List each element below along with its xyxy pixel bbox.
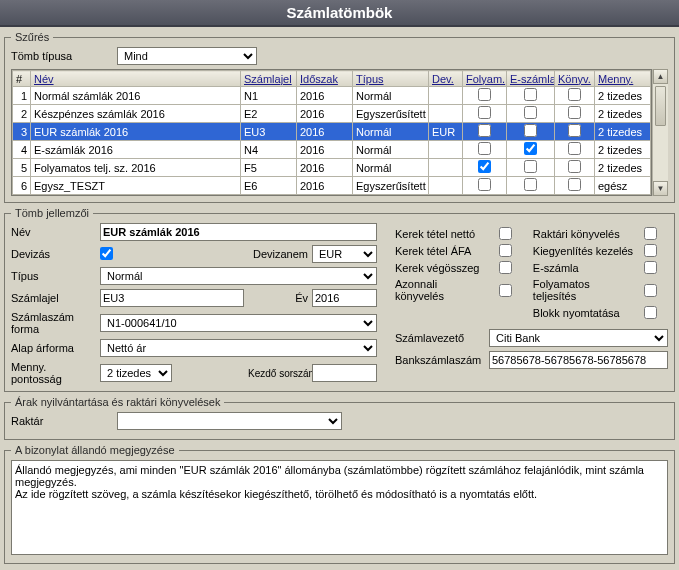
flag-kerek-vegosszeg[interactable] <box>499 261 512 274</box>
col-menny[interactable]: Menny. <box>595 71 651 87</box>
note-legend: A bizonylat állandó megjegyzése <box>11 444 179 456</box>
row-folyam-checkbox[interactable] <box>478 178 491 191</box>
tipus-select[interactable]: Normál <box>100 267 377 285</box>
filter-legend: Szűrés <box>11 31 53 43</box>
row-konyv-checkbox[interactable] <box>568 88 581 101</box>
row-eszamla-checkbox[interactable] <box>524 88 537 101</box>
devizas-checkbox[interactable] <box>100 247 113 260</box>
details-fieldset: Tömb jellemzői Név Devizás Devizanem EUR… <box>4 207 675 392</box>
szamlaszamforma-label: Számlaszám forma <box>11 311 96 335</box>
table-row[interactable]: 2Készpénzes számlák 2016E22016Egyszerűsí… <box>13 105 651 123</box>
filter-fieldset: Szűrés Tömb típusa Mind # Név Számlajel <box>4 31 675 203</box>
table-row[interactable]: 3EUR számlák 2016EU32016NormálEUR2 tized… <box>13 123 651 141</box>
table-row[interactable]: 6Egysz_TESZTE62016Egyszerűsítettegész <box>13 177 651 195</box>
flag-kerek-vegosszeg-label: Kerek végösszeg <box>395 262 489 274</box>
stock-fieldset: Árak nyilvántartása és raktári könyvelés… <box>4 396 675 440</box>
row-folyam-checkbox[interactable] <box>478 160 491 173</box>
row-eszamla-checkbox[interactable] <box>524 124 537 137</box>
col-tipus[interactable]: Típus <box>353 71 429 87</box>
details-legend: Tömb jellemzői <box>11 207 93 219</box>
table-row[interactable]: 1Normál számlák 2016N12016Normál2 tizede… <box>13 87 651 105</box>
row-konyv-checkbox[interactable] <box>568 178 581 191</box>
kezdosor-label: Kezdő sorszám <box>248 368 308 379</box>
note-textarea[interactable] <box>11 460 668 555</box>
flag-raktari[interactable] <box>644 227 657 240</box>
filter-type-select[interactable]: Mind <box>117 47 257 65</box>
row-eszamla-checkbox[interactable] <box>524 178 537 191</box>
col-eszamla[interactable]: E-számla <box>507 71 555 87</box>
col-konyv[interactable]: Könyv. <box>555 71 595 87</box>
devizanem-select[interactable]: EUR <box>312 245 377 263</box>
row-folyam-checkbox[interactable] <box>478 106 491 119</box>
nev-label: Név <box>11 226 96 238</box>
szamlajel-label: Számlajel <box>11 292 96 304</box>
table-row[interactable]: 4E-számlák 2016N42016Normál2 tizedes <box>13 141 651 159</box>
row-eszamla-checkbox[interactable] <box>524 106 537 119</box>
note-fieldset: A bizonylat állandó megjegyzése <box>4 444 675 564</box>
szamlaszamforma-select[interactable]: N1-000641/10 <box>100 314 377 332</box>
col-nev[interactable]: Név <box>31 71 241 87</box>
col-szamlajel[interactable]: Számlajel <box>241 71 297 87</box>
nev-input[interactable] <box>100 223 377 241</box>
flag-folyamatos-label: Folyamatos teljesítés <box>533 278 634 302</box>
flag-kerek-afa-label: Kerek tétel ÁFA <box>395 245 489 257</box>
page-title: Számlatömbök <box>0 0 679 27</box>
row-konyv-checkbox[interactable] <box>568 160 581 173</box>
raktar-select[interactable] <box>117 412 342 430</box>
flag-azonnali-label: Azonnali könyvelés <box>395 278 489 302</box>
col-dev[interactable]: Dev. <box>429 71 463 87</box>
flag-kerek-netto-label: Kerek tétel nettó <box>395 228 489 240</box>
kezdosor-input[interactable] <box>312 364 377 382</box>
ev-input[interactable] <box>312 289 377 307</box>
col-num[interactable]: # <box>13 71 31 87</box>
scroll-up-button[interactable]: ▲ <box>653 69 668 84</box>
stock-legend: Árak nyilvántartása és raktári könyvelés… <box>11 396 224 408</box>
flag-raktari-label: Raktári könyvelés <box>533 228 634 240</box>
flag-blokk[interactable] <box>644 306 657 319</box>
flag-kiegyenlites-label: Kiegyenlítés kezelés <box>533 245 634 257</box>
flag-kerek-afa[interactable] <box>499 244 512 257</box>
chevron-down-icon: ▼ <box>657 185 665 193</box>
row-folyam-checkbox[interactable] <box>478 88 491 101</box>
table-row[interactable]: 5Folyamatos telj. sz. 2016F52016Normál2 … <box>13 159 651 177</box>
bankszamla-label: Bankszámlaszám <box>395 354 485 366</box>
col-idoszak[interactable]: Időszak <box>297 71 353 87</box>
tipus-label: Típus <box>11 270 96 282</box>
row-eszamla-checkbox[interactable] <box>524 142 537 155</box>
filter-type-label: Tömb típusa <box>11 50 111 62</box>
mennypont-select[interactable]: 2 tizedes <box>100 364 172 382</box>
table-scrollbar[interactable]: ▲ ▼ <box>652 69 668 196</box>
devizas-label: Devizás <box>11 248 96 260</box>
raktar-label: Raktár <box>11 415 111 427</box>
szamlajel-input[interactable] <box>100 289 244 307</box>
devizanem-label: Devizanem <box>248 248 308 260</box>
row-folyam-checkbox[interactable] <box>478 124 491 137</box>
flag-kerek-netto[interactable] <box>499 227 512 240</box>
row-konyv-checkbox[interactable] <box>568 142 581 155</box>
col-folyam[interactable]: Folyam. <box>463 71 507 87</box>
flag-azonnali[interactable] <box>499 284 512 297</box>
row-konyv-checkbox[interactable] <box>568 124 581 137</box>
alaparforma-select[interactable]: Nettó ár <box>100 339 377 357</box>
row-eszamla-checkbox[interactable] <box>524 160 537 173</box>
row-folyam-checkbox[interactable] <box>478 142 491 155</box>
szamlavezeto-select[interactable]: Citi Bank <box>489 329 668 347</box>
flag-folyamatos[interactable] <box>644 284 657 297</box>
ev-label: Év <box>248 292 308 304</box>
bankszamla-input[interactable] <box>489 351 668 369</box>
scroll-thumb[interactable] <box>655 86 666 126</box>
flag-kiegyenlites[interactable] <box>644 244 657 257</box>
flag-blokk-label: Blokk nyomtatása <box>533 307 634 319</box>
blocks-table[interactable]: # Név Számlajel Időszak Típus Dev. Folya… <box>12 70 651 195</box>
table-header-row: # Név Számlajel Időszak Típus Dev. Folya… <box>13 71 651 87</box>
flag-eszamla-label: E-számla <box>533 262 634 274</box>
flag-eszamla[interactable] <box>644 261 657 274</box>
mennypont-label: Menny. pontosság <box>11 361 96 385</box>
alaparforma-label: Alap árforma <box>11 342 96 354</box>
row-konyv-checkbox[interactable] <box>568 106 581 119</box>
chevron-up-icon: ▲ <box>657 73 665 81</box>
scroll-down-button[interactable]: ▼ <box>653 181 668 196</box>
szamlavezeto-label: Számlavezető <box>395 332 485 344</box>
